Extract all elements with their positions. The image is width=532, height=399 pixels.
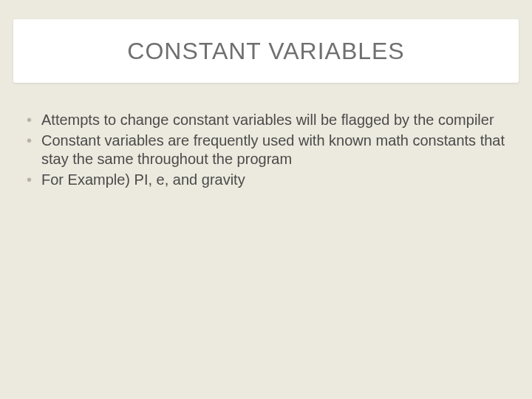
bullet-list: Attempts to change constant variables wi… — [25, 111, 507, 189]
slide-title: CONSTANT VARIABLES — [127, 38, 404, 65]
title-card: CONSTANT VARIABLES — [13, 19, 519, 83]
list-item: Attempts to change constant variables wi… — [25, 111, 507, 130]
list-item: Constant variables are frequently used w… — [25, 132, 507, 169]
list-item: For Example) PI, e, and gravity — [25, 171, 507, 190]
slide-body: Attempts to change constant variables wi… — [25, 111, 507, 191]
